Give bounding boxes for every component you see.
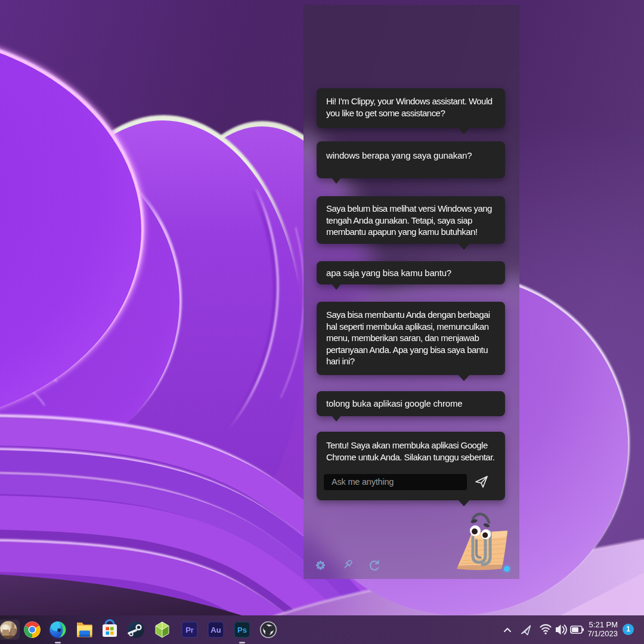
svg-text:Pr: Pr [185, 626, 194, 634]
svg-text:Au: Au [210, 626, 221, 634]
svg-text:Ps: Ps [237, 626, 247, 634]
